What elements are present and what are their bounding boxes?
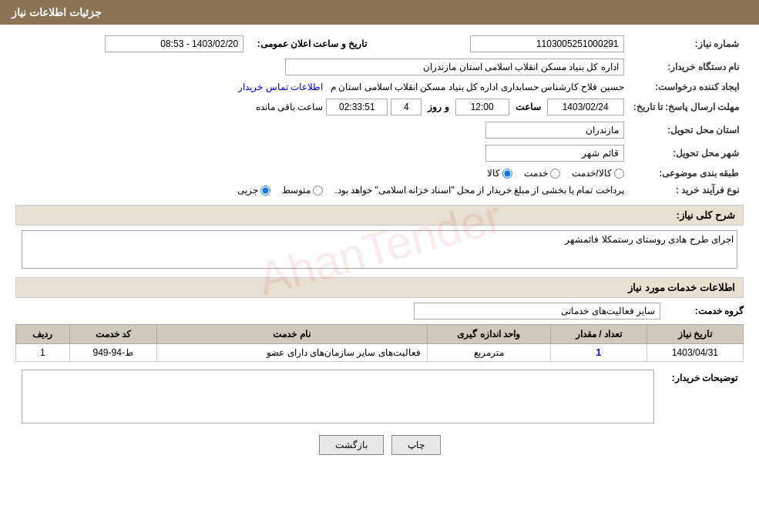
category-label: طبقه بندی موضوعی: — [629, 165, 744, 182]
purchase-type-note: پرداخت تمام یا بخشی از مبلغ خریدار از مح… — [334, 185, 623, 196]
purchase-type-radio-group: پرداخت تمام یا بخشی از مبلغ خریدار از مح… — [20, 185, 624, 196]
city-value: قائم شهر — [15, 142, 629, 165]
requester-value: حسین فلاح کارشناس حسابداری اداره کل بنیا… — [15, 79, 629, 95]
service-group-display: سایر فعالیت‌های خدماتی — [414, 303, 660, 320]
requester-link[interactable]: اطلاعات تماس خریدار — [238, 82, 323, 92]
category-radio-khedmat[interactable]: خدمت — [524, 168, 560, 179]
time-label: ساعت — [516, 102, 541, 112]
deadline-time: 12:00 — [455, 99, 509, 115]
need-desc-header-label: شرح کلی نیاز: — [676, 209, 735, 221]
print-button[interactable]: چاپ — [391, 435, 441, 455]
need-desc-container: اجرای طرح هادی روستای رستمکلا فائمشهر — [15, 230, 744, 271]
content-area: AhanTender شماره نیاز: 1103005251000291 … — [0, 25, 759, 470]
radio-medium-label: متوسط — [282, 185, 311, 196]
cell-date: 1403/04/31 — [646, 344, 743, 362]
announce-date-display: 1403/02/20 - 08:53 — [105, 35, 243, 52]
table-row: ایجاد کننده درخواست: حسین فلاح کارشناس ح… — [15, 79, 744, 95]
category-value: کالا/خدمت خدمت کالا — [15, 165, 629, 182]
purchase-type-label: نوع فرآیند خرید : — [629, 182, 744, 199]
service-table: تاریخ نیاز تعداد / مقدار واحد اندازه گیر… — [15, 324, 744, 362]
cell-service-name: فعالیت‌های سایر سازمان‌های دارای عضو — [156, 344, 427, 362]
table-row: مهلت ارسال پاسخ: تا تاریخ: 1403/02/24 سا… — [15, 95, 744, 119]
table-row: طبقه بندی موضوعی: کالا/خدمت خدمت — [15, 165, 744, 182]
buyer-org-value: اداره کل بنیاد مسکن انقلاب اسلامی استان … — [15, 55, 629, 79]
col-service-code: کد خدمت — [69, 325, 156, 344]
radio-kala-label: کالا — [487, 168, 500, 179]
service-group-row: گروه خدمت: سایر فعالیت‌های خدماتی — [15, 303, 744, 320]
deadline-remained: 02:33:51 — [326, 99, 388, 115]
page-title: جزئیات اطلاعات نیاز — [12, 6, 102, 18]
deadline-label: مهلت ارسال پاسخ: تا تاریخ: — [629, 95, 744, 119]
table-row: 1403/04/31 1 مترمربع فعالیت‌های سایر ساز… — [16, 344, 744, 362]
cell-quantity: 1 — [550, 344, 646, 362]
buyer-org-display: اداره کل بنیاد مسکن انقلاب اسلامی استان … — [285, 59, 624, 75]
service-info-label: اطلاعات خدمات مورد نیاز — [628, 282, 735, 293]
table-row: نوع فرآیند خرید : پرداخت تمام یا بخشی از… — [15, 182, 744, 199]
radio-kala-khedmat[interactable] — [614, 169, 624, 179]
province-label: استان محل تحویل: — [629, 119, 744, 142]
category-radio-kala-khedmat[interactable]: کالا/خدمت — [572, 168, 623, 179]
back-button[interactable]: بازگشت — [319, 435, 384, 455]
need-desc-header: شرح کلی نیاز: — [15, 205, 744, 226]
deadline-row: 1403/02/24 ساعت 12:00 و روز 4 02:33:51 س… — [20, 99, 624, 115]
service-table-header-row: تاریخ نیاز تعداد / مقدار واحد اندازه گیر… — [16, 325, 744, 344]
announce-date-label: تاریخ و ساعت اعلان عمومی: — [248, 32, 371, 55]
category-radio-kala[interactable]: کالا — [487, 168, 512, 179]
deadline-date: 1403/02/24 — [547, 99, 624, 115]
city-label: شهر محل تحویل: — [629, 142, 744, 165]
page-header: جزئیات اطلاعات نیاز — [0, 0, 759, 25]
radio-khedmat-label: خدمت — [524, 168, 548, 179]
radio-kala-khedmat-label: کالا/خدمت — [572, 168, 611, 179]
info-table: شماره نیاز: 1103005251000291 تاریخ و ساع… — [15, 32, 744, 199]
table-row: شماره نیاز: 1103005251000291 تاریخ و ساع… — [15, 32, 744, 55]
deadline-value: 1403/02/24 ساعت 12:00 و روز 4 02:33:51 س… — [15, 95, 629, 119]
province-display: مازندران — [485, 122, 624, 139]
table-row: نام دستگاه خریدار: اداره کل بنیاد مسکن ا… — [15, 55, 744, 79]
col-service-name: نام خدمت — [156, 325, 427, 344]
need-number-label: شماره نیاز: — [629, 32, 744, 55]
cell-row-num: 1 — [16, 344, 70, 362]
col-unit: واحد اندازه گیری — [427, 325, 550, 344]
table-row: استان محل تحویل: مازندران — [15, 119, 744, 142]
province-value: مازندران — [15, 119, 629, 142]
table-row: شهر محل تحویل: قائم شهر — [15, 142, 744, 165]
purchase-type-radio-partial[interactable]: جزیی — [237, 185, 270, 196]
radio-khedmat[interactable] — [550, 169, 560, 179]
buyer-notes-label: توضیحات خریدار: — [660, 370, 737, 383]
radio-kala[interactable] — [502, 169, 512, 179]
col-row-num: ردیف — [16, 325, 70, 344]
remained-label: ساعت باقی مانده — [256, 102, 324, 112]
radio-partial[interactable] — [260, 186, 270, 196]
cell-service-code: ط-94-949 — [69, 344, 156, 362]
buyer-org-label: نام دستگاه خریدار: — [629, 55, 744, 79]
col-quantity: تعداد / مقدار — [550, 325, 646, 344]
button-row: چاپ بازگشت — [15, 435, 744, 455]
city-display: قائم شهر — [485, 145, 624, 162]
need-desc-textarea[interactable]: اجرای طرح هادی روستای رستمکلا فائمشهر — [22, 230, 737, 269]
purchase-type-radio-medium[interactable]: متوسط — [282, 185, 323, 196]
service-info-header: اطلاعات خدمات مورد نیاز — [15, 277, 744, 298]
radio-partial-label: جزیی — [237, 185, 258, 196]
buyer-notes-row: توضیحات خریدار: — [15, 370, 744, 423]
col-date: تاریخ نیاز — [646, 325, 743, 344]
requester-label: ایجاد کننده درخواست: — [629, 79, 744, 95]
page-wrapper: جزئیات اطلاعات نیاز AhanTender شماره نیا… — [0, 0, 759, 532]
buyer-notes-textarea[interactable] — [22, 370, 654, 423]
category-radio-group: کالا/خدمت خدمت کالا — [20, 168, 624, 179]
need-number-display: 1103005251000291 — [470, 35, 624, 52]
radio-medium[interactable] — [313, 186, 323, 196]
announce-date-value: 1403/02/20 - 08:53 — [15, 32, 248, 55]
need-number-value: 1103005251000291 — [371, 32, 629, 55]
service-group-label: گروه خدمت: — [667, 306, 744, 316]
days-and-label: و روز — [428, 102, 448, 112]
deadline-days: 4 — [391, 99, 421, 115]
purchase-type-value: پرداخت تمام یا بخشی از مبلغ خریدار از مح… — [15, 182, 629, 199]
requester-name: حسین فلاح کارشناس حسابداری اداره کل بنیا… — [331, 82, 624, 92]
cell-unit: مترمربع — [427, 344, 550, 362]
